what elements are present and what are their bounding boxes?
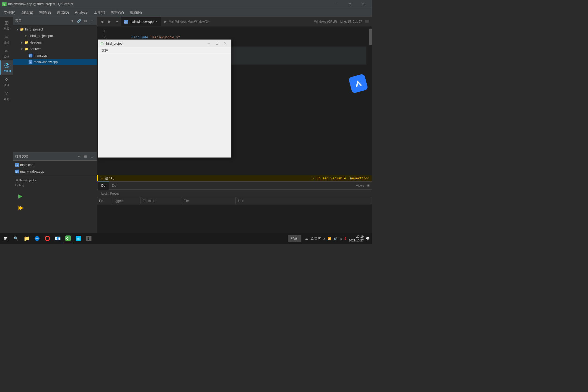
- bottom-tab-2[interactable]: De: [109, 182, 119, 190]
- tree-item-mainwindow-cpp[interactable]: ▶ C+ mainwindow.cpp: [13, 59, 97, 65]
- dialog-controls: ─ □ ✕: [205, 41, 229, 47]
- design-icon: ✏: [4, 48, 10, 54]
- clock[interactable]: 20:19 2021/10/27: [349, 235, 364, 242]
- taskbar-app-office[interactable]: ⭕: [42, 234, 52, 243]
- nav-down-button[interactable]: ▼: [113, 18, 121, 25]
- sidebar-toggle-icon[interactable]: [365, 20, 369, 23]
- input-icon: 贡: [339, 237, 342, 241]
- network-icon: 📶: [327, 237, 331, 240]
- taskbar-search-button[interactable]: 🔍: [11, 234, 21, 243]
- panel-header-icons: ▼ 🔗 ⊞ □: [70, 18, 95, 24]
- nav-back-button[interactable]: ◀: [98, 18, 106, 25]
- add-panel-icon[interactable]: ⊞: [83, 18, 88, 24]
- sidebar-label-debug: Debug: [3, 69, 11, 72]
- bp-header-preset: kpoint Preset: [99, 192, 121, 195]
- taskbar-app-misc[interactable]: 📱: [84, 234, 94, 243]
- project-panel-title: 项目: [15, 19, 22, 23]
- link-icon[interactable]: 🔗: [76, 18, 82, 24]
- open-docs-float-icon[interactable]: □: [89, 154, 95, 159]
- tree-spacer-pro: ▶: [20, 35, 24, 38]
- tab-close-mainwindow[interactable]: ✕: [155, 20, 158, 23]
- run-button[interactable]: ▶: [15, 191, 25, 201]
- doc-item-mainwindow[interactable]: C+ mainwindow.cpp: [13, 168, 97, 175]
- sidebar-item-welcome[interactable]: ⊞ 欢迎: [0, 18, 13, 32]
- menu-file[interactable]: 文件(F): [1, 9, 18, 16]
- menu-debug[interactable]: 调试(D): [54, 9, 72, 16]
- menu-controls[interactable]: 控件(W): [108, 9, 127, 16]
- taskbar: ⊞ 🔍 📁 ⭕ 📧 Q qs 📱: [0, 233, 372, 244]
- taskbar-app-qt[interactable]: Q: [63, 234, 73, 243]
- tree-item-main-cpp[interactable]: ▶ C+ main.cpp: [13, 52, 97, 59]
- open-docs-add-icon[interactable]: ⊞: [83, 154, 88, 159]
- notification-icon[interactable]: 💬: [366, 237, 370, 240]
- open-docs-expand-icon[interactable]: ▼: [76, 154, 82, 159]
- tree-item-pro[interactable]: ▶ ⬡ third_project.pro: [13, 33, 97, 39]
- doc-main-label: main.cpp: [20, 163, 33, 167]
- svg-text:qs: qs: [76, 237, 80, 240]
- expand-icon: ▸: [35, 179, 36, 182]
- menu-edit[interactable]: 编辑(E): [19, 9, 36, 16]
- warning-triangle-icon: ⚠: [101, 176, 103, 180]
- menu-analyze[interactable]: Analyze: [72, 9, 90, 16]
- taskbar-right: ☁ 12°C 雾 ∧ 📶 🔊 贡 B 20:19 2021/10/27 💬: [303, 235, 372, 242]
- breadcrumb-sep: ▶: [164, 20, 167, 23]
- title-bar-left: Q mainwindow.cpp @ third_project - Qt Cr…: [2, 2, 74, 6]
- nav-forward-button[interactable]: ▶: [106, 18, 113, 25]
- scrollbar-thumb[interactable]: [369, 29, 372, 45]
- debug-run-button[interactable]: [15, 203, 25, 213]
- sidebar-label-welcome: 欢迎: [4, 27, 9, 30]
- svg-text:Q: Q: [66, 237, 69, 240]
- taskbar-app-store[interactable]: qs: [74, 234, 83, 243]
- tree-item-sources[interactable]: ▼ 📁 Sources: [13, 46, 97, 52]
- pro-icon: ⬡: [24, 34, 28, 38]
- dialog-minimize-button[interactable]: ─: [205, 41, 213, 47]
- sidebar-item-design[interactable]: ✏ 设计: [0, 46, 13, 60]
- dialog-content: [98, 54, 231, 157]
- dialog-menu-file[interactable]: 文件: [99, 48, 110, 53]
- tree-item-headers[interactable]: ▶ 📁 Headers: [13, 39, 97, 46]
- sidebar-item-debug[interactable]: Debug: [0, 60, 13, 75]
- sidebar-item-project[interactable]: 项目: [0, 75, 13, 89]
- tray-arrow-icon[interactable]: ∧: [323, 237, 325, 240]
- float-icon[interactable]: □: [89, 18, 95, 24]
- warning-code: 建");: [105, 176, 114, 181]
- tab-bar: ◀ ▶ ▼ C+ mainwindow.cpp ✕ ▶ MainWindow::…: [97, 17, 372, 26]
- doc-item-main[interactable]: C+ main.cpp: [13, 162, 97, 168]
- debug-mode-label: Debug: [15, 183, 95, 187]
- dialog-maximize-button[interactable]: □: [213, 41, 221, 47]
- debug-icon: [4, 63, 10, 69]
- sidebar-item-edit[interactable]: ≡ 编辑: [0, 32, 13, 46]
- svg-point-4: [7, 64, 8, 66]
- dialog-close-button[interactable]: ✕: [221, 41, 229, 47]
- svg-point-5: [6, 80, 7, 81]
- edit-icon: ≡: [4, 34, 10, 40]
- doc-mainwindow-label: mainwindow.cpp: [20, 170, 44, 173]
- minimize-button[interactable]: ─: [330, 0, 342, 8]
- menu-build[interactable]: 构建(B): [36, 9, 54, 16]
- maximize-button[interactable]: □: [344, 0, 356, 8]
- taskbar-app-files[interactable]: 📁: [22, 234, 32, 243]
- close-button[interactable]: ✕: [357, 0, 370, 8]
- svg-text:📱: 📱: [87, 237, 90, 240]
- taskbar-app-teams[interactable]: 📧: [53, 234, 63, 243]
- filter-icon[interactable]: ▼: [70, 18, 75, 24]
- title-bar: Q mainwindow.cpp @ third_project - Qt Cr…: [0, 0, 372, 8]
- editor-scrollbar[interactable]: [369, 26, 372, 175]
- tree-expand-headers[interactable]: ▶: [20, 41, 24, 44]
- warning-bar: ⚠ 建"); ⚠ unused variable 'newAction': [97, 175, 372, 181]
- bottom-tab-1[interactable]: De: [98, 182, 109, 190]
- tree-pro-label: third_project.pro: [29, 34, 95, 38]
- start-button[interactable]: ⊞: [0, 233, 11, 244]
- sidebar-item-help[interactable]: ? 帮助: [0, 89, 13, 103]
- expand-panel-button[interactable]: ⊞: [366, 184, 371, 187]
- tree-expand-sources[interactable]: ▼: [20, 48, 24, 51]
- svg-text:C+: C+: [16, 171, 18, 173]
- taskbar-app-browser[interactable]: [32, 234, 42, 243]
- tab-mainwindow[interactable]: C+ mainwindow.cpp ✕: [121, 17, 161, 26]
- build-button[interactable]: 构建: [288, 235, 301, 242]
- views-button[interactable]: Views: [354, 184, 366, 187]
- tree-root[interactable]: ▼ 📁 third_project: [13, 26, 97, 33]
- menu-help[interactable]: 帮助(H): [127, 9, 145, 16]
- menu-tools[interactable]: 工具(T): [91, 9, 108, 16]
- tree-expand-root[interactable]: ▼: [15, 28, 20, 31]
